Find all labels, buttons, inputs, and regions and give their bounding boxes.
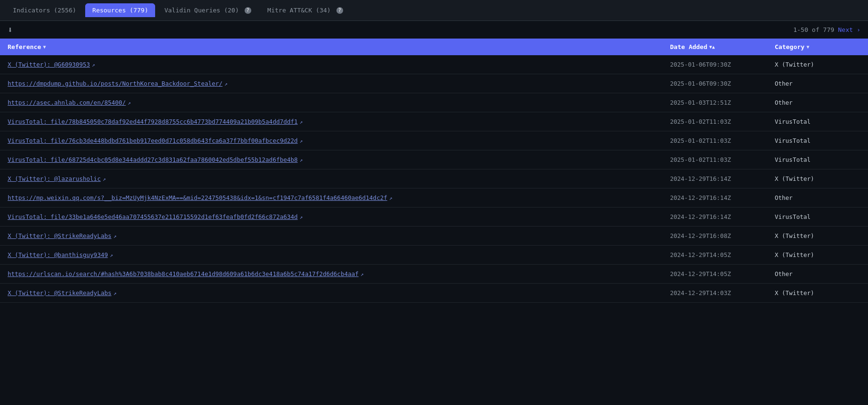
cell-date-11: 2024-12-29T14:05Z <box>670 270 775 277</box>
ext-link-icon-10: ↗ <box>110 252 113 258</box>
cell-reference-8: VirusTotal: file/33be1a646e5ed46aa707455… <box>8 213 670 220</box>
table-row: VirusTotal: file/76cb3de448bdbd761beb917… <box>0 131 868 150</box>
table-row: X (Twitter): @StrikeReadyLabs↗ 2024-12-2… <box>0 227 868 246</box>
col-header-category[interactable]: Category ▼ <box>775 43 860 50</box>
pagination-text: 1-50 of 779 <box>793 26 834 33</box>
date-sort-icon[interactable]: ▼▲ <box>709 44 715 49</box>
cell-date-9: 2024-12-29T16:08Z <box>670 232 775 239</box>
ext-link-icon-6: ↗ <box>103 176 106 182</box>
cell-reference-12: X (Twitter): @StrikeReadyLabs↗ <box>8 289 670 296</box>
table-row: VirusTotal: file/33be1a646e5ed46aa707455… <box>0 207 868 227</box>
tab-validin-label: Validin Queries (20) <box>164 7 239 14</box>
reference-link-9[interactable]: X (Twitter): @StrikeReadyLabs↗ <box>8 232 117 239</box>
cell-reference-9: X (Twitter): @StrikeReadyLabs↗ <box>8 232 670 239</box>
ext-link-icon-2: ↗ <box>128 100 131 106</box>
cell-category-1: Other <box>775 80 860 87</box>
resources-table: Reference ▼ Date Added ▼▲ Category ▼ X (… <box>0 39 868 303</box>
col-reference-label: Reference <box>8 43 41 50</box>
cell-date-4: 2025-01-02T11:03Z <box>670 137 775 144</box>
table-row: X (Twitter): @banthisguy9349↗ 2024-12-29… <box>0 246 868 265</box>
table-row: X (Twitter): @G60930953↗ 2025-01-06T09:3… <box>0 55 868 74</box>
reference-link-0[interactable]: X (Twitter): @G60930953↗ <box>8 61 95 68</box>
ext-link-icon-4: ↗ <box>300 138 303 144</box>
reference-link-3[interactable]: VirusTotal: file/78b845050c78daf92ed44f7… <box>8 118 303 125</box>
cell-date-8: 2024-12-29T16:14Z <box>670 213 775 220</box>
col-category-label: Category <box>775 43 805 50</box>
ext-link-icon-8: ↗ <box>300 214 303 220</box>
ext-link-icon-9: ↗ <box>113 233 117 239</box>
table-row: https://dmpdump.github.io/posts/NorthKor… <box>0 74 868 93</box>
reference-link-7[interactable]: https://mp.weixin.qq.com/s?__biz=MzUyMjk… <box>8 194 392 201</box>
table-row: https://urlscan.io/search/#hash%3A6b7038… <box>0 265 868 284</box>
pagination: 1-50 of 779 Next › <box>793 26 860 33</box>
table-row: X (Twitter): @StrikeReadyLabs↗ 2024-12-2… <box>0 284 868 303</box>
cell-reference-6: X (Twitter): @lazarusholic↗ <box>8 175 670 182</box>
reference-link-5[interactable]: VirusTotal: file/68725d4cbc05d8e344addd2… <box>8 156 303 163</box>
table-row: VirusTotal: file/78b845050c78daf92ed44f7… <box>0 112 868 131</box>
cell-date-12: 2024-12-29T14:03Z <box>670 289 775 296</box>
ext-link-icon-12: ↗ <box>113 290 117 296</box>
cell-reference-10: X (Twitter): @banthisguy9349↗ <box>8 251 670 258</box>
cell-category-4: VirusTotal <box>775 137 860 144</box>
tab-indicators[interactable]: Indicators (2556) <box>6 3 83 17</box>
cell-category-3: VirusTotal <box>775 118 860 125</box>
reference-link-4[interactable]: VirusTotal: file/76cb3de448bdbd761beb917… <box>8 137 303 144</box>
cell-reference-5: VirusTotal: file/68725d4cbc05d8e344addd2… <box>8 156 670 163</box>
ext-link-icon-1: ↗ <box>225 81 228 87</box>
tab-resources[interactable]: Resources (779) <box>85 3 155 17</box>
tabs-bar: Indicators (2556) Resources (779) Validi… <box>0 0 868 21</box>
col-header-date-added[interactable]: Date Added ▼▲ <box>670 43 775 50</box>
reference-link-2[interactable]: https://asec.ahnlab.com/en/85400/↗ <box>8 99 131 106</box>
reference-link-1[interactable]: https://dmpdump.github.io/posts/NorthKor… <box>8 80 227 87</box>
cell-category-12: X (Twitter) <box>775 289 860 296</box>
ext-link-icon-11: ↗ <box>361 271 364 277</box>
toolbar: ⬇ 1-50 of 779 Next › <box>0 21 868 39</box>
table-row: https://asec.ahnlab.com/en/85400/↗ 2025-… <box>0 93 868 112</box>
ext-link-icon-5: ↗ <box>300 157 303 163</box>
tab-indicators-label: Indicators (2556) <box>13 7 76 14</box>
cell-date-3: 2025-01-02T11:03Z <box>670 118 775 125</box>
cell-date-7: 2024-12-29T16:14Z <box>670 194 775 201</box>
tab-mitre[interactable]: Mitre ATT&CK (34) ? <box>260 3 350 18</box>
cell-category-7: Other <box>775 194 860 201</box>
reference-link-12[interactable]: X (Twitter): @StrikeReadyLabs↗ <box>8 289 117 296</box>
ext-link-icon-7: ↗ <box>389 195 393 201</box>
reference-link-6[interactable]: X (Twitter): @lazarusholic↗ <box>8 175 106 182</box>
tab-validin[interactable]: Validin Queries (20) ? <box>157 3 258 18</box>
cell-category-5: VirusTotal <box>775 156 860 163</box>
cell-category-8: VirusTotal <box>775 213 860 220</box>
cell-date-5: 2025-01-02T11:03Z <box>670 156 775 163</box>
ext-link-icon-3: ↗ <box>300 119 303 125</box>
cell-date-1: 2025-01-06T09:30Z <box>670 80 775 87</box>
cell-date-6: 2024-12-29T16:14Z <box>670 175 775 182</box>
cell-reference-7: https://mp.weixin.qq.com/s?__biz=MzUyMjk… <box>8 194 670 201</box>
tab-mitre-label: Mitre ATT&CK (34) <box>267 7 331 14</box>
mitre-help-icon[interactable]: ? <box>336 7 343 14</box>
category-filter-icon[interactable]: ▼ <box>807 44 809 49</box>
tab-resources-label: Resources (779) <box>92 7 148 14</box>
col-date-label: Date Added <box>670 43 707 50</box>
validin-help-icon[interactable]: ? <box>245 7 251 14</box>
table-body: X (Twitter): @G60930953↗ 2025-01-06T09:3… <box>0 55 868 303</box>
cell-reference-1: https://dmpdump.github.io/posts/NorthKor… <box>8 80 670 87</box>
cell-category-9: X (Twitter) <box>775 232 860 239</box>
next-button[interactable]: Next › <box>838 26 860 33</box>
cell-reference-2: https://asec.ahnlab.com/en/85400/↗ <box>8 99 670 106</box>
download-icon[interactable]: ⬇ <box>8 25 13 35</box>
col-header-reference[interactable]: Reference ▼ <box>8 43 670 50</box>
reference-link-11[interactable]: https://urlscan.io/search/#hash%3A6b7038… <box>8 270 364 277</box>
cell-date-0: 2025-01-06T09:30Z <box>670 61 775 68</box>
reference-link-10[interactable]: X (Twitter): @banthisguy9349↗ <box>8 251 113 258</box>
ext-link-icon-0: ↗ <box>92 62 95 68</box>
cell-reference-0: X (Twitter): @G60930953↗ <box>8 61 670 68</box>
reference-filter-icon[interactable]: ▼ <box>43 44 46 49</box>
cell-reference-4: VirusTotal: file/76cb3de448bdbd761beb917… <box>8 137 670 144</box>
table-header: Reference ▼ Date Added ▼▲ Category ▼ <box>0 39 868 55</box>
reference-link-8[interactable]: VirusTotal: file/33be1a646e5ed46aa707455… <box>8 213 303 220</box>
cell-date-10: 2024-12-29T14:05Z <box>670 251 775 258</box>
cell-category-10: X (Twitter) <box>775 251 860 258</box>
cell-category-0: X (Twitter) <box>775 61 860 68</box>
cell-date-2: 2025-01-03T12:51Z <box>670 99 775 106</box>
table-row: VirusTotal: file/68725d4cbc05d8e344addd2… <box>0 150 868 169</box>
cell-reference-11: https://urlscan.io/search/#hash%3A6b7038… <box>8 270 670 277</box>
